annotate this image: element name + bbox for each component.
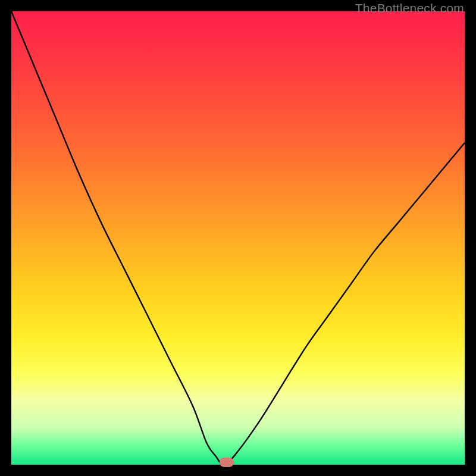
watermark-text: TheBottleneck.com — [355, 1, 464, 15]
plot-area — [11, 11, 465, 465]
chart-frame: TheBottleneck.com — [0, 0, 476, 476]
bottleneck-curve — [11, 11, 465, 465]
optimal-marker — [220, 458, 234, 467]
